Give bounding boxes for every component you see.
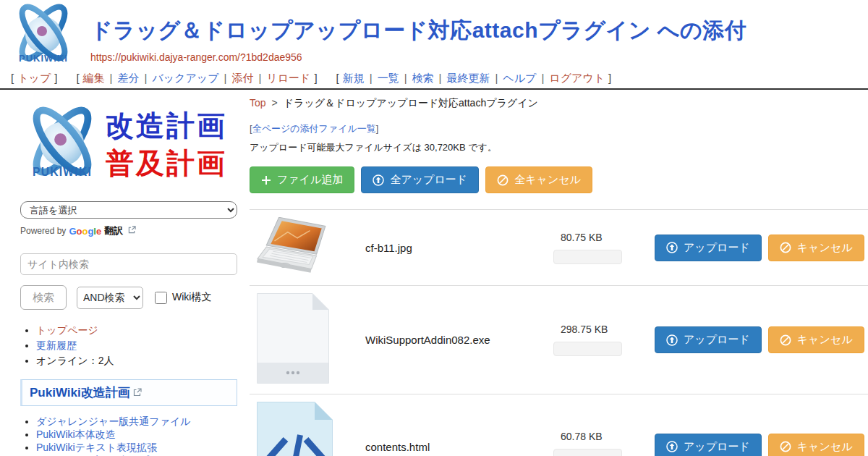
plus-icon xyxy=(261,175,271,185)
sidebar-item-common-files[interactable]: ダジャレンジャー版共通ファイル xyxy=(36,415,191,427)
ban-icon xyxy=(780,242,791,253)
file-name: cf-b11.jpg xyxy=(365,242,553,254)
breadcrumb-current: ドラッグ＆ドロップアップロード対応attachプラグイン xyxy=(284,97,538,109)
svg-text:PUKIWIKI: PUKIWIKI xyxy=(33,166,92,179)
upload-file-list: cf-b11.jpg 80.75 KB アップロード キャンセル xyxy=(250,209,868,456)
powered-by-google: Powered by Google 翻訳 xyxy=(20,224,237,237)
logo-text-fukyuu: 普及計画 xyxy=(106,145,227,182)
nav-item-logout[interactable]: ログアウト xyxy=(549,72,605,84)
file-row: WikiSupportAddin082.exe 298.75 KB アップロード… xyxy=(250,285,868,394)
nav-item-search[interactable]: 検索 xyxy=(412,72,434,84)
add-file-button[interactable]: ファイル追加 xyxy=(250,166,354,193)
nav-item-list[interactable]: 一覧 xyxy=(378,72,399,84)
sidebar-item-toppage[interactable]: トップページ xyxy=(36,324,98,336)
nav-group-site: [新規|一覧|検索|最終更新|ヘルプ|ログアウト] xyxy=(333,72,616,85)
cancel-button[interactable]: キャンセル xyxy=(768,326,864,353)
atom-logo-icon-small: PUKIWIKI xyxy=(20,102,104,187)
nav-group-top: [トップ] xyxy=(7,72,61,85)
breadcrumb: Top>ドラッグ＆ドロップアップロード対応attachプラグイン xyxy=(250,97,868,110)
upload-all-button[interactable]: 全アップロード xyxy=(361,166,479,193)
file-name: WikiSupportAddin082.exe xyxy=(365,334,553,346)
page-title: ドラッグ＆ドロップアップロード対応attachプラグイン への添付 xyxy=(90,16,746,46)
list-item: トップページ xyxy=(36,324,237,337)
file-row: cf-b11.jpg 80.75 KB アップロード キャンセル xyxy=(250,209,868,285)
max-upload-size-text: アップロード可能最大ファイルサイズは 30,720KB です。 xyxy=(250,141,868,154)
nav-item-help[interactable]: ヘルプ xyxy=(503,72,536,84)
top-navbar: [トップ] [編集|差分|バックアップ|添付|リロード] [新規|一覧|検索|最… xyxy=(0,68,868,90)
file-name: contents.html xyxy=(365,441,553,453)
list-item: PukiWiki本体改造 xyxy=(36,428,237,441)
progress-bar xyxy=(553,342,622,356)
sidebar-project-link[interactable]: PukiWiki改造計画 xyxy=(30,384,130,401)
translate-link[interactable]: 翻訳 xyxy=(104,224,123,237)
laptop-photo-thumbnail xyxy=(250,217,365,278)
nav-group-page: [編集|差分|バックアップ|添付|リロード] xyxy=(72,72,320,85)
progress-bar xyxy=(553,449,622,456)
list-item: オンライン：2人 xyxy=(36,355,237,367)
generic-file-icon xyxy=(250,293,365,387)
cancel-button[interactable]: キャンセル xyxy=(768,235,864,261)
upload-circle-icon xyxy=(666,441,678,452)
and-or-select[interactable]: AND検索 xyxy=(77,287,143,309)
sidebar-item-online-count: オンライン：2人 xyxy=(36,355,114,366)
sidebar-item-history[interactable]: 更新履歴 xyxy=(36,339,77,351)
sidebar-top-links: トップページ 更新履歴 オンライン：2人 xyxy=(20,324,237,367)
upload-circle-icon xyxy=(373,174,384,186)
logo-brand-text: PUKIWIKI xyxy=(19,53,68,64)
nav-item-new[interactable]: 新規 xyxy=(343,72,365,84)
language-select[interactable]: 言語を選択 xyxy=(20,201,237,219)
all-attachments-link[interactable]: 全ページの添付ファイル一覧 xyxy=(252,123,376,134)
nav-item-reload[interactable]: リロード xyxy=(266,72,310,84)
file-size: 80.75 KB xyxy=(561,232,640,243)
upload-button[interactable]: アップロード xyxy=(655,434,762,456)
sidebar: PUKIWIKI 改造計画 普及計画 言語を選択 Powered by Goog… xyxy=(20,97,237,456)
sidebar-logo[interactable]: PUKIWIKI 改造計画 普及計画 xyxy=(20,97,237,193)
upload-button[interactable]: アップロード xyxy=(655,326,762,353)
pukiwiki-logo[interactable]: PUKIWIKI xyxy=(9,4,78,70)
list-item: 更新履歴 xyxy=(36,339,237,352)
nav-item-attach[interactable]: 添付 xyxy=(231,72,253,84)
file-size: 298.75 KB xyxy=(561,324,640,335)
cancel-button[interactable]: キャンセル xyxy=(768,434,864,456)
google-wordmark: Google xyxy=(69,226,101,237)
list-item: ダジャレンジャー版共通ファイル xyxy=(36,415,237,428)
ban-icon xyxy=(780,441,791,452)
ban-icon xyxy=(497,174,509,186)
atom-logo-icon: PUKIWIKI xyxy=(9,4,78,67)
progress-bar xyxy=(553,250,622,264)
nav-item-backup[interactable]: バックアップ xyxy=(152,72,218,84)
sidebar-project-box[interactable]: PukiWiki改造計画 xyxy=(20,379,237,406)
page-header: PUKIWIKI ドラッグ＆ドロップアップロード対応attachプラグイン への… xyxy=(0,0,868,68)
wiki-syntax-label: Wiki構文 xyxy=(172,291,211,304)
sidebar-item-text-ext[interactable]: PukiWikiテキスト表現拡張 xyxy=(36,442,157,453)
site-search-input[interactable] xyxy=(20,253,237,275)
upload-circle-icon xyxy=(666,242,678,253)
upload-action-bar: ファイル追加 全アップロード 全キャンセル xyxy=(250,166,868,193)
nav-item-diff[interactable]: 差分 xyxy=(117,72,139,84)
sidebar-item-core-mod[interactable]: PukiWiki本体改造 xyxy=(36,428,116,440)
external-link-icon xyxy=(128,226,136,236)
breadcrumb-top-link[interactable]: Top xyxy=(250,97,266,109)
file-size: 60.78 KB xyxy=(561,431,640,442)
nav-item-recent[interactable]: 最終更新 xyxy=(446,72,490,84)
external-link-icon xyxy=(133,387,142,400)
cancel-all-button[interactable]: 全キャンセル xyxy=(485,166,592,193)
main-content: Top>ドラッグ＆ドロップアップロード対応attachプラグイン [全ページの添… xyxy=(250,93,868,456)
nav-item-top[interactable]: トップ xyxy=(17,72,51,84)
upload-button[interactable]: アップロード xyxy=(655,235,762,261)
page-url-link[interactable]: https://pukiwiki.dajya-ranger.com/?1bd2d… xyxy=(90,51,746,63)
upload-circle-icon xyxy=(666,334,678,346)
logo-text-kaizou: 改造計画 xyxy=(106,107,227,145)
list-item: PukiWikiテキスト表現拡張 xyxy=(36,442,237,454)
file-row: contents.html 60.78 KB アップロード キャンセル xyxy=(250,394,868,456)
ban-icon xyxy=(780,334,791,346)
wiki-syntax-checkbox[interactable] xyxy=(155,292,167,304)
html-code-file-icon xyxy=(250,402,365,456)
nav-item-edit[interactable]: 編集 xyxy=(83,72,105,84)
sidebar-main-links: ダジャレンジャー版共通ファイル PukiWiki本体改造 PukiWikiテキス… xyxy=(20,415,237,456)
search-button[interactable]: 検索 xyxy=(20,285,67,310)
